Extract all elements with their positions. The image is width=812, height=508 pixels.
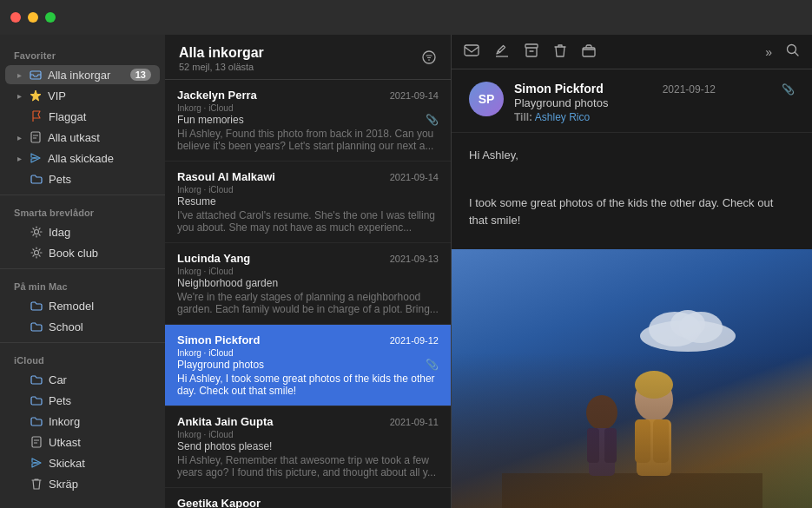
chevron-icon: ▸	[17, 133, 22, 142]
sent-icon	[30, 456, 43, 470]
mail-sender: Geetika Kapoor	[177, 497, 261, 508]
folder-icon	[30, 172, 43, 186]
mail-sender: Simon Pickford	[177, 333, 260, 346]
folder-icon	[30, 393, 43, 407]
mail-sender: Rasoul Al Malkawi	[177, 170, 275, 183]
minimize-button[interactable]	[28, 12, 38, 23]
titlebar	[0, 0, 812, 35]
detail-header: SP Simon Pickford 2021-09-12 📎 Playgroun…	[452, 69, 812, 133]
trash-icon	[30, 477, 43, 491]
svg-point-4	[35, 251, 39, 255]
attachment-icon: 📎	[426, 114, 439, 126]
sidebar-item-label: Inkorg	[49, 415, 151, 428]
gear-icon	[30, 225, 43, 239]
inbox-icon	[29, 68, 43, 82]
sidebar-item-skickat[interactable]: Skickat	[5, 453, 160, 472]
mail-item[interactable]: Geetika Kapoor Inkorg · iCloud Alla utka…	[165, 488, 451, 508]
attachment-icon: 📎	[426, 359, 439, 371]
mail-item[interactable]: Lucinda Yang 2021-09-13 Inkorg · iCloud …	[165, 243, 451, 325]
sidebar: Favoriter ▸ Alla inkorgar 13 ▸ VIP	[0, 35, 165, 508]
compose-icon[interactable]	[495, 43, 509, 61]
sidebar-item-label: School	[49, 320, 151, 333]
section-label-smart: Smarta brevlådor	[0, 201, 165, 221]
chevron-icon: ▸	[17, 154, 22, 163]
sidebar-item-label: VIP	[48, 89, 151, 102]
svg-point-14	[670, 310, 705, 338]
sidebar-item-today[interactable]: Idag	[5, 222, 160, 241]
mail-subject: Send photos please!	[177, 440, 272, 452]
mail-preview: Hi Ashley, Remember that awesome trip we…	[177, 454, 439, 478]
sidebar-item-label: Alla inkorgar	[48, 69, 125, 82]
sidebar-item-school[interactable]: School	[5, 317, 160, 336]
section-label-icloud: iCloud	[0, 348, 165, 369]
mail-item-selected[interactable]: Simon Pickford 2021-09-12 Inkorg · iClou…	[165, 325, 451, 406]
move-icon[interactable]	[582, 43, 596, 61]
sidebar-item-utkast[interactable]: Utkast	[5, 432, 160, 452]
mail-subject: Playground photos	[177, 359, 264, 371]
body-line-1: Hi Ashley,	[469, 147, 795, 164]
mail-item[interactable]: Ankita Jain Gupta 2021-09-11 Inkorg · iC…	[165, 406, 451, 488]
mail-subject: Resume	[177, 195, 216, 208]
mail-meta: Inkorg · iCloud	[177, 103, 439, 113]
sidebar-item-all-sent[interactable]: ▸ Alla skickade	[5, 148, 160, 168]
mail-list: Alla inkorgar 52 mejl, 13 olästa Jackely…	[165, 35, 452, 508]
sidebar-item-car[interactable]: Car	[5, 370, 160, 389]
detail-body: Hi Ashley, I took some great photos of t…	[452, 133, 812, 249]
more-icon[interactable]: »	[765, 45, 770, 59]
close-button[interactable]	[10, 12, 21, 23]
mail-sender: Ankita Jain Gupta	[177, 415, 274, 428]
folder-icon	[30, 320, 43, 333]
sidebar-item-label: Utkast	[49, 436, 151, 449]
gear-icon	[30, 246, 43, 260]
mail-preview: We're in the early stages of planning a …	[177, 291, 439, 315]
maximize-button[interactable]	[45, 12, 56, 23]
sidebar-item-skrap[interactable]: Skräp	[5, 474, 160, 493]
sidebar-item-label: Alla utkast	[48, 131, 151, 144]
mail-preview: I've attached Carol's resume. She's the …	[177, 209, 439, 234]
svg-point-10	[788, 44, 796, 53]
mail-subject: Neighborhood garden	[177, 277, 278, 289]
mail-preview: Hi Ashley, I took some great photos of t…	[177, 373, 439, 397]
mail-meta: Inkorg · iCloud	[177, 185, 439, 195]
sidebar-item-book-club[interactable]: Book club	[5, 243, 160, 262]
flag-icon	[30, 109, 43, 123]
detail-toolbar: »	[452, 35, 812, 69]
delete-icon[interactable]	[554, 43, 566, 61]
svg-marker-1	[30, 90, 41, 101]
mail-sender: Lucinda Yang	[177, 252, 250, 265]
sidebar-item-all-inboxes[interactable]: ▸ Alla inkorgar 13	[5, 65, 160, 84]
section-label-mac: På min Mac	[0, 274, 165, 295]
mail-date: 2021-09-13	[390, 254, 439, 264]
doc-icon	[29, 130, 43, 144]
mail-item[interactable]: Rasoul Al Malkawi 2021-09-14 Inkorg · iC…	[165, 162, 451, 243]
sidebar-item-pets[interactable]: Pets	[5, 169, 160, 188]
filter-icon[interactable]	[421, 49, 437, 69]
sidebar-item-label: Idag	[49, 226, 151, 239]
sidebar-item-remodel[interactable]: Remodel	[5, 296, 160, 315]
star-icon	[29, 89, 43, 102]
divider	[0, 195, 165, 195]
mail-date: 2021-09-14	[390, 90, 439, 101]
mail-list-header: Alla inkorgar 52 mejl, 13 olästa	[165, 35, 451, 80]
chevron-icon: ▸	[17, 91, 22, 101]
photo-placeholder	[452, 249, 812, 508]
svg-rect-2	[31, 132, 40, 142]
sidebar-item-vip[interactable]: ▸ VIP	[5, 86, 160, 105]
mail-preview: Hi Ashley, Found this photo from back in…	[177, 128, 439, 152]
archive-icon[interactable]	[525, 43, 538, 61]
badge: 13	[130, 69, 151, 81]
folder-icon	[30, 414, 43, 428]
sidebar-item-pets-icloud[interactable]: Pets	[5, 391, 160, 410]
sidebar-item-label: Car	[49, 373, 151, 386]
search-icon[interactable]	[786, 43, 800, 61]
sidebar-item-all-drafts[interactable]: ▸ Alla utkast	[5, 128, 160, 147]
sidebar-item-flagged[interactable]: Flaggat	[5, 107, 160, 126]
mail-item[interactable]: Jackelyn Perra 2021-09-14 Inkorg · iClou…	[165, 80, 451, 162]
attachment-icon: 📎	[782, 83, 795, 96]
sidebar-item-label: Flaggat	[49, 110, 151, 123]
detail-to: Till: Ashley Rico	[514, 111, 795, 123]
mail-icon[interactable]	[464, 44, 479, 60]
sidebar-item-inkorg[interactable]: Inkorg	[5, 412, 160, 431]
svg-rect-7	[465, 45, 479, 56]
mail-date: 2021-09-14	[390, 172, 439, 182]
